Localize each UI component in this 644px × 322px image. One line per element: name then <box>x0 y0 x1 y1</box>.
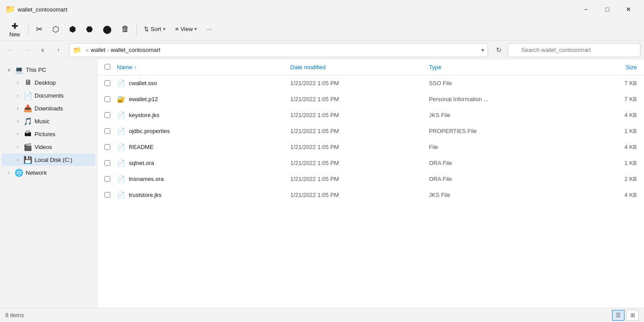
file-name-cell: 📄 ojdbc.properties <box>117 127 290 135</box>
breadcrumb-sep-open: « <box>86 47 89 53</box>
sort-icon: ⇅ <box>144 26 149 32</box>
file-checkbox[interactable] <box>105 160 110 166</box>
sidebar-item-music[interactable]: ›🎵Music <box>2 115 95 127</box>
file-checkbox[interactable] <box>105 112 110 118</box>
sidebar-item-local-disk[interactable]: ›💾Local Disk (C:) <box>2 153 95 166</box>
delete-button[interactable]: 🗑 <box>117 20 134 39</box>
table-row[interactable]: 📄 keystore.jks 1/21/2022 1:05 PM JKS Fil… <box>97 107 644 123</box>
refresh-button[interactable]: ↻ <box>492 43 506 57</box>
sidebar-item-this-pc[interactable]: ∨💻This PC <box>2 63 95 76</box>
sidebar-item-label: Downloads <box>35 105 90 112</box>
view-chevron-icon: ▾ <box>194 26 197 32</box>
sidebar-item-downloads[interactable]: ›📥Downloads <box>2 102 95 114</box>
file-date: 1/21/2022 1:05 PM <box>290 80 429 86</box>
table-row[interactable]: 📄 truststore.jks 1/21/2022 1:05 PM JKS F… <box>97 187 644 203</box>
search-input[interactable] <box>508 43 640 57</box>
sidebar-item-network[interactable]: ›🌐Network <box>2 166 95 179</box>
file-type: JKS File <box>429 112 567 118</box>
more-button[interactable]: ··· <box>202 20 216 39</box>
file-checkbox[interactable] <box>105 96 110 102</box>
file-name: truststore.jks <box>129 192 162 198</box>
table-row[interactable]: 🔐 ewallet.p12 1/21/2022 1:05 PM Personal… <box>97 91 644 107</box>
sidebar-item-icon: 📄 <box>24 91 32 99</box>
view-icon: ≡ <box>175 26 179 32</box>
header-name[interactable]: Name ↑ <box>117 64 290 71</box>
header-type-label: Type <box>429 64 441 71</box>
breadcrumb[interactable]: 📁 « wallet › wallet_contosomart ▾ <box>69 43 488 57</box>
file-date: 1/21/2022 1:05 PM <box>290 176 429 182</box>
delete-icon: 🗑 <box>121 24 129 34</box>
header-date[interactable]: Date modified <box>290 64 429 71</box>
file-check <box>105 128 117 134</box>
back-icon: ← <box>8 47 14 54</box>
toolbar: ✚ New ✂ ⬡ ⬢ ⬣ ⬤ 🗑 ⇅ Sort ▾ ≡ View ▾ ··· <box>0 18 644 41</box>
search-container: 🔍 <box>508 43 640 57</box>
up-button[interactable]: ↑ <box>51 43 66 57</box>
table-row[interactable]: 📄 ojdbc.properties 1/21/2022 1:05 PM PRO… <box>97 123 644 139</box>
back-button[interactable]: ← <box>4 43 18 57</box>
file-check <box>105 160 117 166</box>
item-count: 8 items <box>5 312 24 318</box>
sort-button[interactable]: ⇅ Sort ▾ <box>140 20 170 39</box>
sidebar-item-desktop[interactable]: ›🖥Desktop <box>2 76 95 89</box>
chevron-icon: › <box>14 143 21 150</box>
file-name-cell: 📄 keystore.jks <box>117 111 290 119</box>
file-size: 4 KB <box>567 112 637 118</box>
new-button[interactable]: ✚ New <box>4 20 26 39</box>
file-name-cell: 📄 tnsnames.ora <box>117 175 290 183</box>
file-checkbox[interactable] <box>105 144 110 150</box>
view-grid-icon: ⊞ <box>630 312 635 318</box>
file-checkbox[interactable] <box>105 80 110 86</box>
file-date: 1/21/2022 1:05 PM <box>290 160 429 166</box>
file-type: File <box>429 144 567 150</box>
view-grid-button[interactable]: ⊞ <box>626 310 639 321</box>
sort-arrow-icon: ↑ <box>134 65 137 70</box>
sidebar-item-icon: 🌐 <box>15 169 23 177</box>
view-list-button[interactable]: ☰ <box>612 310 625 321</box>
chevron-icon: › <box>14 79 21 86</box>
cut-button[interactable]: ✂ <box>31 20 47 39</box>
close-button[interactable]: ✕ <box>618 2 639 16</box>
breadcrumb-dropdown-button[interactable]: ▾ <box>481 47 484 53</box>
sidebar-item-videos[interactable]: ›🎬Videos <box>2 141 95 153</box>
expand-button[interactable]: ∨ <box>35 43 50 57</box>
title-bar: 📁 wallet_contosomart − □ ✕ <box>0 0 644 18</box>
sidebar-item-icon: 💾 <box>24 156 32 164</box>
table-row[interactable]: 📄 README 1/21/2022 1:05 PM File 4 KB <box>97 139 644 155</box>
chevron-icon: ∨ <box>5 66 12 73</box>
file-checkbox[interactable] <box>105 176 110 182</box>
file-type: SSO File <box>429 80 567 86</box>
paste-button[interactable]: ⬢ <box>65 20 81 39</box>
share-button[interactable]: ⬤ <box>98 20 116 39</box>
view-button[interactable]: ≡ View ▾ <box>171 20 202 39</box>
expand-icon: ∨ <box>41 47 45 53</box>
copy-button[interactable]: ⬡ <box>48 20 64 39</box>
sidebar-item-icon: 📥 <box>24 104 32 112</box>
rename-button[interactable]: ⬣ <box>81 20 97 39</box>
sidebar-item-documents[interactable]: ›📄Documents <box>2 89 95 102</box>
minimize-button[interactable]: − <box>576 2 596 16</box>
file-icon: 📄 <box>117 79 125 87</box>
forward-icon: → <box>23 47 30 54</box>
sidebar-item-pictures[interactable]: ›🏔Pictures <box>2 128 95 140</box>
header-size[interactable]: Size <box>567 64 637 71</box>
maximize-button[interactable]: □ <box>597 2 617 16</box>
refresh-icon: ↻ <box>496 46 502 54</box>
chevron-icon: › <box>14 92 21 99</box>
file-checkbox[interactable] <box>105 192 110 198</box>
toolbar-separator-2 <box>136 22 137 36</box>
header-type[interactable]: Type <box>429 64 567 71</box>
table-row[interactable]: 📄 cwallet.sso 1/21/2022 1:05 PM SSO File… <box>97 75 644 91</box>
file-type: JKS File <box>429 192 567 198</box>
file-size: 2 KB <box>567 176 637 182</box>
table-row[interactable]: 📄 sqlnet.ora 1/21/2022 1:05 PM ORA File … <box>97 155 644 171</box>
file-check <box>105 192 117 198</box>
file-name: sqlnet.ora <box>129 160 154 166</box>
forward-button[interactable]: → <box>19 43 34 57</box>
file-checkbox[interactable] <box>105 128 110 134</box>
chevron-icon: › <box>14 105 21 112</box>
file-type: PROPERTIES File <box>429 128 567 134</box>
select-all-checkbox[interactable] <box>105 64 110 70</box>
file-date: 1/21/2022 1:05 PM <box>290 96 429 102</box>
table-row[interactable]: 📄 tnsnames.ora 1/21/2022 1:05 PM ORA Fil… <box>97 171 644 187</box>
